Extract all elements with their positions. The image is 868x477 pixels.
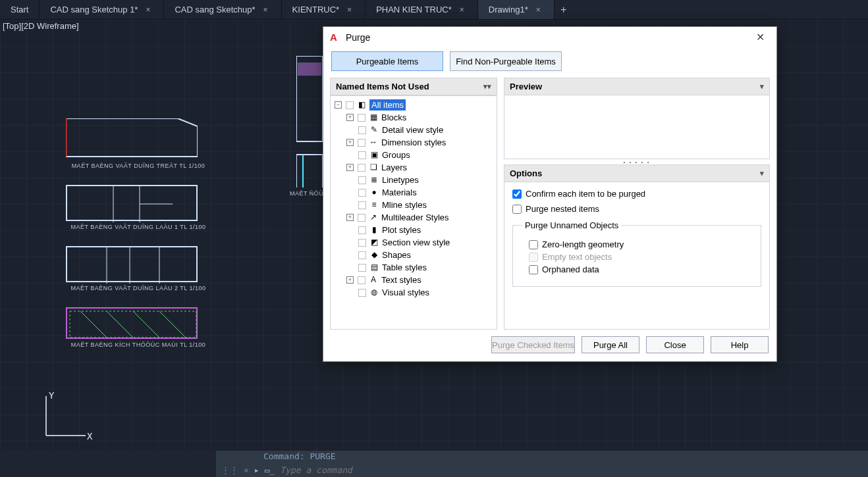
tree-checkbox[interactable] bbox=[358, 226, 366, 234]
tree-checkbox[interactable] bbox=[358, 114, 366, 122]
tree-checkbox[interactable] bbox=[358, 126, 366, 134]
tab-find-nonpurgeable[interactable]: Find Non-Purgeable Items bbox=[450, 51, 562, 71]
tree-item-visual-styles[interactable]: ◍Visual styles bbox=[335, 286, 497, 299]
checkbox-input[interactable] bbox=[529, 240, 538, 249]
close-icon[interactable]: × bbox=[344, 5, 354, 14]
close-icon[interactable]: × bbox=[457, 5, 467, 14]
tab-kientruc[interactable]: KIENTRUC* × bbox=[282, 0, 366, 19]
splitter-handle[interactable]: • • • • • bbox=[504, 159, 770, 164]
chevron-down-icon[interactable]: ▾ bbox=[760, 169, 764, 178]
expand-icon[interactable]: + bbox=[346, 164, 354, 171]
tree-item-label: Text styles bbox=[381, 274, 421, 286]
tree-checkbox[interactable] bbox=[358, 151, 366, 159]
confirm-checkbox[interactable]: Confirm each item to be purged bbox=[512, 189, 761, 199]
tab-label: KIENTRUC* bbox=[292, 5, 340, 14]
tree-checkbox[interactable] bbox=[358, 264, 366, 272]
expand-icon[interactable]: + bbox=[346, 114, 354, 121]
tree-checkbox[interactable] bbox=[358, 164, 366, 172]
chevron-right-icon[interactable]: ▸ bbox=[254, 465, 259, 475]
collapse-icon[interactable]: − bbox=[335, 101, 342, 109]
tree-item-label: Mline styles bbox=[382, 199, 427, 211]
tree-item-plot-styles[interactable]: ▮Plot styles bbox=[335, 224, 497, 236]
close-icon[interactable]: × bbox=[244, 465, 249, 475]
tree-checkbox[interactable] bbox=[358, 251, 366, 259]
expand-icon[interactable]: + bbox=[346, 214, 354, 221]
tab-label: CAD sang Sketchup* bbox=[175, 5, 255, 14]
autocad-icon: A bbox=[330, 32, 340, 43]
floorplan-ground: MAËT BAÈNG VAÄT DUÏNG TREÄT TL 1/100 bbox=[66, 118, 211, 169]
tab-start[interactable]: Start bbox=[0, 0, 40, 19]
ucs-icon[interactable]: Y X bbox=[40, 389, 86, 444]
tree-checkbox[interactable] bbox=[358, 139, 366, 147]
tree-item-linetypes[interactable]: ≣Linetypes bbox=[335, 174, 497, 186]
tree-checkbox[interactable] bbox=[358, 189, 366, 197]
tree-item-layers[interactable]: +❏Layers bbox=[335, 161, 497, 174]
panel-title: Preview bbox=[510, 82, 542, 91]
checkbox-label: Zero-length geometry bbox=[542, 239, 624, 249]
orphaned-data-checkbox[interactable]: Orphaned data bbox=[529, 264, 751, 274]
command-history: Command: PURGE bbox=[216, 451, 868, 463]
close-button[interactable]: Close bbox=[646, 336, 704, 353]
tree-checkbox[interactable] bbox=[358, 289, 366, 297]
tree-checkbox[interactable] bbox=[358, 239, 366, 247]
tree-checkbox[interactable] bbox=[358, 176, 366, 184]
checkbox-label: Purge nested items bbox=[526, 204, 599, 214]
viewport-label[interactable]: [Top][2D Wireframe] bbox=[3, 21, 79, 31]
panel-title: Options bbox=[510, 168, 542, 178]
floorplan-l1: MAËT BAÈNG VAÄT DUÏNG LAÀU 1 TL 1/100 bbox=[66, 185, 211, 230]
tree-checkbox[interactable] bbox=[358, 276, 366, 284]
tab-purgeable-items[interactable]: Purgeable Items bbox=[331, 51, 443, 71]
tree-item-dimension-styles[interactable]: +↔Dimension styles bbox=[335, 136, 497, 149]
empty-text-checkbox: Empty text objects bbox=[529, 252, 751, 262]
tab-cad2[interactable]: CAD sang Sketchup* × bbox=[164, 0, 281, 19]
category-icon: ≣ bbox=[369, 175, 379, 186]
tree-item-mline-styles[interactable]: ≡Mline styles bbox=[335, 199, 497, 211]
expand-icon[interactable]: + bbox=[346, 139, 354, 146]
dialog-titlebar[interactable]: A Purge ✕ bbox=[323, 27, 776, 47]
purge-checked-button: Purge Checked Items bbox=[491, 336, 575, 353]
nested-checkbox[interactable]: Purge nested items bbox=[512, 204, 761, 214]
tree-item-detail-view-style[interactable]: ✎Detail view style bbox=[335, 124, 497, 136]
close-icon[interactable]: × bbox=[143, 5, 153, 14]
tab-cad1[interactable]: CAD sang Sketchup 1* × bbox=[40, 0, 164, 19]
tab-label: Drawing1* bbox=[489, 5, 528, 14]
tree-item-section-view-style[interactable]: ◩Section view style bbox=[335, 236, 497, 249]
checkbox-input[interactable] bbox=[512, 189, 522, 199]
close-icon[interactable]: ✕ bbox=[751, 31, 770, 43]
tree-checkbox[interactable] bbox=[358, 214, 366, 222]
button-label: Help bbox=[731, 340, 749, 350]
tab-drawing1[interactable]: Drawing1* × bbox=[478, 0, 555, 19]
tree-item-table-styles[interactable]: ▤Table styles bbox=[335, 261, 497, 274]
zero-geometry-checkbox[interactable]: Zero-length geometry bbox=[529, 239, 751, 249]
tree-checkbox[interactable] bbox=[358, 201, 366, 209]
category-icon: ◩ bbox=[369, 238, 379, 248]
category-icon: A bbox=[368, 275, 379, 286]
chevron-down-icon[interactable]: ▾ bbox=[760, 82, 764, 91]
tree-item-blocks[interactable]: +▦Blocks bbox=[335, 111, 497, 124]
tree-checkbox[interactable] bbox=[346, 101, 354, 109]
elevation-drawing: MAËT ÑÖÙ bbox=[296, 56, 324, 189]
tree-item-materials[interactable]: ●Materials bbox=[335, 186, 497, 199]
tree-item-shapes[interactable]: ◆Shapes bbox=[335, 249, 497, 261]
tab-label: PHAN KIEN TRUC* bbox=[376, 5, 452, 14]
tab-phankientruc[interactable]: PHAN KIEN TRUC* × bbox=[366, 0, 478, 19]
tree-item-groups[interactable]: ▣Groups bbox=[335, 149, 497, 161]
collapse-icon[interactable]: ▾▾ bbox=[483, 82, 491, 91]
tree-item-label: Groups bbox=[382, 149, 410, 161]
command-input[interactable] bbox=[280, 465, 868, 475]
checkbox-input[interactable] bbox=[512, 205, 522, 214]
new-tab-button[interactable]: + bbox=[555, 0, 573, 19]
purge-all-button[interactable]: Purge All bbox=[582, 336, 639, 353]
expand-icon[interactable]: + bbox=[346, 276, 354, 284]
tree-item-all-items[interactable]: −◧All items bbox=[335, 99, 497, 111]
help-button[interactable]: Help bbox=[711, 336, 769, 353]
close-icon[interactable]: × bbox=[261, 5, 271, 14]
tree-item-text-styles[interactable]: +AText styles bbox=[335, 274, 497, 286]
expand-icon[interactable]: ⋮⋮ bbox=[221, 465, 238, 475]
command-bar: Command: PURGE ⋮⋮ × ▸ ▭_ bbox=[216, 451, 868, 477]
close-icon[interactable]: × bbox=[533, 5, 543, 14]
tree-item-multileader-styles[interactable]: +↗Multileader Styles bbox=[335, 211, 497, 224]
svg-rect-12 bbox=[70, 311, 196, 338]
checkbox-input[interactable] bbox=[529, 265, 538, 274]
items-tree[interactable]: −◧All items+▦Blocks✎Detail view style+↔D… bbox=[331, 95, 497, 329]
